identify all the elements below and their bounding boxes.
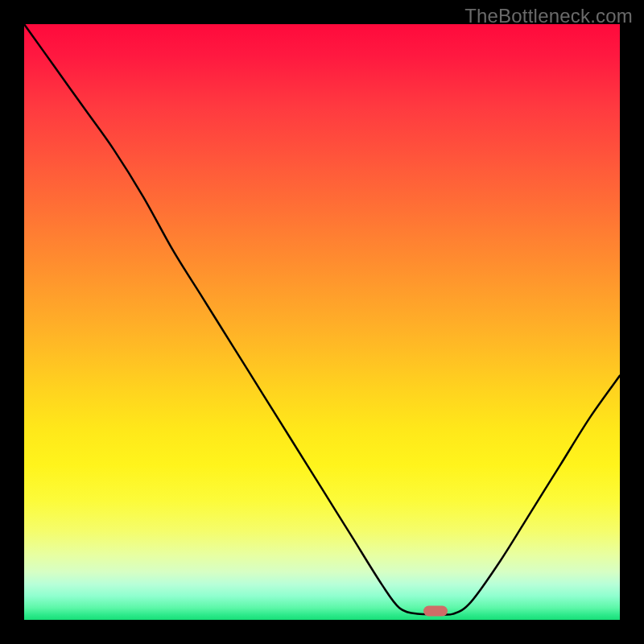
- optimal-marker: [423, 605, 448, 616]
- bottleneck-curve: [24, 24, 620, 620]
- chart-root: TheBottleneck.com: [0, 0, 644, 644]
- watermark: TheBottleneck.com: [464, 5, 633, 27]
- plot-area: [24, 24, 620, 620]
